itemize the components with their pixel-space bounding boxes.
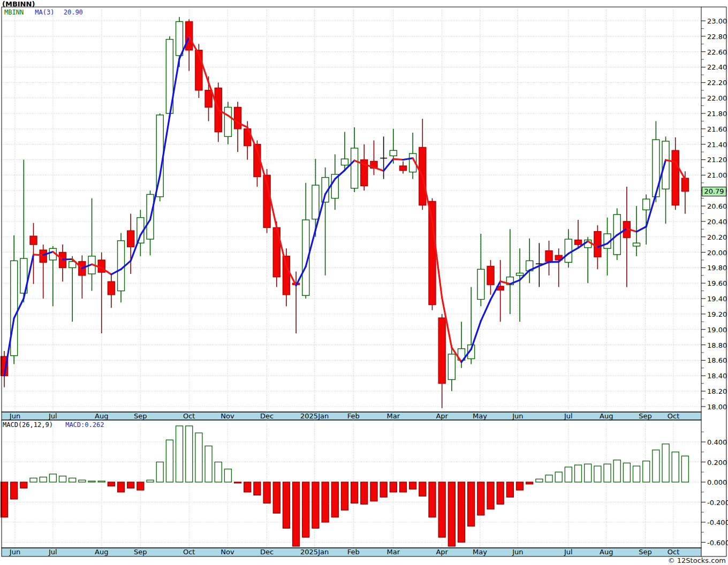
candle-down [399, 166, 406, 171]
candle-down [127, 231, 134, 247]
macd-bar-negative [399, 482, 406, 492]
price-tick-label: 19.00 [707, 326, 727, 334]
macd-bar-positive [156, 462, 163, 483]
macd-bar-negative [390, 482, 397, 492]
month-label: 2025Jan [300, 548, 329, 556]
month-label: Jun [512, 412, 523, 420]
macd-bar-positive [30, 478, 37, 483]
month-label: Feb [347, 548, 360, 556]
ma-segment [471, 321, 481, 349]
candle-up [517, 273, 524, 275]
macd-tick-label: 0.400 [707, 438, 727, 446]
macd-bar-positive [166, 440, 173, 482]
month-label: Apr [436, 548, 448, 556]
macd-bar-positive [195, 433, 202, 482]
macd-params-label: MACD(26,12,9) [3, 421, 53, 429]
month-label: Aug [95, 548, 108, 556]
watermark: © 12Stocks.com [668, 556, 726, 564]
price-tick-label: 20.00 [707, 249, 727, 257]
macd-bar-negative [341, 482, 348, 510]
macd-bar-positive [575, 465, 582, 482]
month-label: May [473, 412, 487, 420]
macd-bar-positive [545, 475, 552, 482]
macd-bar-negative [351, 482, 358, 503]
price-tick-label: 21.60 [707, 125, 727, 133]
month-label: Aug [600, 548, 613, 556]
month-label: 2025Jan [300, 412, 329, 420]
macd-bar-positive [585, 464, 592, 482]
candle-up [633, 243, 640, 246]
month-label: Sep [134, 412, 147, 420]
month-label: Jul [564, 548, 573, 556]
price-tick-label: 18.00 [707, 403, 727, 411]
month-label: Oct [183, 548, 195, 556]
ma-segment [393, 159, 403, 159]
month-label: Feb [347, 412, 360, 420]
price-tick-label: 21.00 [707, 171, 727, 179]
price-tick-label: 20.40 [707, 218, 727, 226]
candle-up [477, 269, 484, 299]
month-label: Mar [387, 412, 400, 420]
legend-ma-value: 20.90 [64, 9, 83, 16]
price-tick-label: 19.20 [707, 310, 727, 318]
ma-segment [34, 255, 43, 255]
macd-bar-negative [487, 482, 494, 509]
month-label: Oct [668, 548, 679, 556]
legend-ma-label: MA(3) [35, 9, 54, 16]
candle-down [205, 90, 212, 108]
macd-bar-negative [302, 482, 309, 537]
macd-bar-positive [224, 469, 231, 482]
price-tick-label: 22.40 [707, 63, 727, 71]
month-label: Sep [639, 412, 652, 420]
macd-bar-positive [662, 444, 669, 482]
price-tick-label: 21.20 [707, 156, 727, 164]
month-label: Jul [564, 412, 573, 420]
month-label: Nov [221, 548, 234, 556]
macd-bar-negative [263, 482, 270, 503]
ma-segment [384, 159, 393, 171]
price-tick-label: 21.40 [707, 141, 727, 149]
macd-bar-negative [410, 482, 416, 489]
candle-down [234, 107, 241, 128]
macd-tick-label: 0.200 [707, 459, 727, 467]
price-tick-label: 22.60 [707, 48, 727, 56]
month-label: Jul [48, 412, 57, 420]
month-label: Aug [95, 412, 108, 420]
macd-bar-positive [215, 462, 222, 483]
month-label: Dec [260, 412, 274, 420]
macd-bar-positive [49, 474, 56, 482]
price-tick-label: 21.80 [707, 110, 727, 118]
macd-bar-positive [594, 466, 601, 482]
price-tick-label: 19.80 [707, 264, 727, 272]
candle-up [351, 148, 358, 188]
candle-up [662, 141, 669, 189]
candle-up [312, 185, 319, 219]
macd-bar-negative [361, 482, 368, 504]
last-price-badge: 20.79 [702, 187, 726, 196]
price-tick-label: 19.40 [707, 295, 727, 303]
macd-bar-negative [244, 482, 251, 492]
month-label: Dec [260, 548, 274, 556]
month-label: Oct [668, 412, 679, 420]
price-panel-frame [2, 7, 701, 412]
macd-bar-negative [477, 482, 484, 515]
month-label: Nov [221, 412, 234, 420]
price-tick-label: 20.20 [707, 233, 727, 241]
macd-bar-positive [643, 461, 650, 482]
macd-bar-positive [672, 452, 679, 482]
macd-bar-negative [108, 482, 115, 486]
macd-bar-positive [147, 480, 154, 482]
macd-bar-negative [448, 482, 455, 546]
macd-bar-positive [59, 476, 66, 482]
candle-down [283, 256, 290, 295]
macd-bar-negative [506, 482, 513, 497]
macd-bar-positive [98, 481, 105, 482]
macd-bar-positive [653, 450, 659, 482]
candle-down [438, 318, 445, 384]
macd-bar-negative [137, 482, 144, 490]
macd-bar-positive [681, 456, 688, 482]
macd-tick-label: -0.200 [707, 499, 728, 507]
macd-bar-positive [186, 426, 193, 482]
macd-bar-positive [555, 472, 562, 482]
candle-up [176, 21, 183, 55]
